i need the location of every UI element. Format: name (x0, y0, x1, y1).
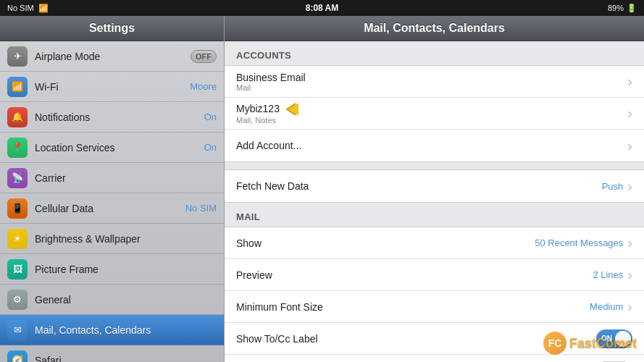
picture-frame-label: Picture Frame (35, 264, 217, 275)
mybiz123-sublabel: Mail, Notes (236, 116, 627, 125)
sidebar-items-container: ✈Airplane ModeOFF📶Wi-FiMoore🔔Notificatio… (0, 41, 224, 362)
show-label-wrap: Show (236, 237, 535, 249)
content-scroll[interactable]: AccountsBusiness EmailMailMybiz123Mail, … (225, 41, 644, 362)
safari-icon: 🧭 (7, 350, 28, 363)
status-bar: No SIM 📶 8:08 AM 89% 🔋 (0, 0, 644, 16)
location-services-label: Location Services (35, 142, 204, 153)
minimum-font-size-value: Medium (590, 301, 623, 312)
wifi-value: Moore (190, 81, 217, 92)
battery-label: 89% (608, 4, 624, 12)
fetch-new-data-arrow (627, 179, 632, 194)
sidebar-item-wifi[interactable]: 📶Wi-FiMoore (0, 72, 224, 102)
sidebar-item-mail-contacts-calendars[interactable]: ✉Mail, Contacts, Calendars (0, 315, 224, 345)
carrier-label: No SIM (7, 4, 34, 12)
airplane-mode-label: Airplane Mode (35, 51, 191, 62)
preview-label: Preview (236, 269, 593, 281)
status-bar-time: 8:08 AM (306, 3, 339, 13)
fetch-new-data-value: Push (602, 181, 624, 192)
sidebar-item-cellular-data[interactable]: 📱Cellular DataNo SIM (0, 193, 224, 224)
sidebar-item-brightness[interactable]: ☀Brightness & Wallpaper (0, 224, 224, 254)
status-bar-left: No SIM 📶 (7, 4, 49, 13)
sidebar-item-carrier[interactable]: 📡Carrier (0, 163, 224, 193)
location-services-icon: 📍 (7, 138, 28, 158)
row-business-email[interactable]: Business EmailMail (225, 66, 644, 98)
safari-label: Safari (35, 355, 217, 363)
mybiz123-arrow (627, 106, 632, 121)
sidebar-title: Settings (0, 16, 224, 41)
sidebar-item-airplane-mode[interactable]: ✈Airplane ModeOFF (0, 41, 224, 72)
status-bar-right: 89% 🔋 (608, 4, 637, 13)
preview-value: 2 Lines (593, 269, 623, 280)
sidebar-item-general[interactable]: ⚙General (0, 285, 224, 315)
row-fetch-new-data[interactable]: Fetch New DataPush (225, 170, 644, 202)
wifi-icon: 📶 (38, 4, 49, 13)
row-minimum-font-size[interactable]: Minimum Font SizeMedium (225, 291, 644, 323)
cellular-data-value: No SIM (185, 203, 217, 214)
battery-icon: 🔋 (627, 4, 637, 13)
watermark-text: FastComet (569, 336, 637, 351)
brightness-icon: ☀ (7, 229, 28, 249)
row-show[interactable]: Show50 Recent Messages (225, 227, 644, 259)
minimum-font-size-label: Minimum Font Size (236, 301, 590, 313)
row-add-account[interactable]: Add Account... (225, 130, 644, 161)
sidebar-item-picture-frame[interactable]: 🖼Picture Frame (0, 254, 224, 285)
cellular-data-label: Cellular Data (35, 203, 185, 214)
wifi-icon: 📶 (7, 77, 28, 97)
fetch-new-data-label-wrap: Fetch New Data (236, 180, 602, 192)
airplane-mode-toggle[interactable]: OFF (191, 50, 217, 63)
list-group-0: Business EmailMailMybiz123Mail, NotesAdd… (225, 65, 644, 162)
mybiz123-label-wrap: Mybiz123Mail, Notes (236, 102, 627, 125)
add-account-arrow (627, 138, 632, 153)
sidebar: Settings ✈Airplane ModeOFF📶Wi-FiMoore🔔No… (0, 16, 225, 362)
general-icon: ⚙ (7, 290, 28, 310)
business-email-sublabel: Mail (236, 83, 627, 92)
fetch-new-data-label: Fetch New Data (236, 180, 602, 192)
main-layout: Settings ✈Airplane ModeOFF📶Wi-FiMoore🔔No… (0, 16, 644, 362)
carrier-label: Carrier (35, 172, 217, 184)
picture-frame-icon: 🖼 (7, 259, 28, 279)
sidebar-item-location-services[interactable]: 📍Location ServicesOn (0, 132, 224, 163)
watermark: FC FastComet (543, 332, 637, 355)
row-mybiz123[interactable]: Mybiz123Mail, Notes (225, 98, 644, 130)
content-area: Mail, Contacts, Calendars AccountsBusine… (225, 16, 644, 362)
show-to-cc-label: Show To/Cc Label (236, 333, 596, 345)
notifications-value: On (204, 111, 217, 122)
row-preview[interactable]: Preview2 Lines (225, 259, 644, 291)
business-email-arrow (627, 74, 632, 89)
show-label: Show (236, 237, 535, 249)
notifications-label: Notifications (35, 111, 204, 123)
show-value: 50 Recent Messages (535, 237, 623, 248)
minimum-font-size-arrow (627, 299, 632, 314)
content-sections: AccountsBusiness EmailMailMybiz123Mail, … (225, 41, 644, 362)
section-label-0: Accounts (225, 41, 644, 65)
watermark-fast: Fast (569, 336, 596, 350)
airplane-mode-icon: ✈ (7, 46, 28, 67)
brightness-label: Brightness & Wallpaper (35, 233, 217, 245)
add-account-label: Add Account... (236, 140, 627, 151)
notifications-icon: 🔔 (7, 107, 28, 127)
section-label-2: Mail (225, 203, 644, 227)
add-account-label-wrap: Add Account... (236, 140, 627, 151)
general-label: General (35, 294, 217, 306)
business-email-label-wrap: Business EmailMail (236, 72, 627, 92)
mail-contacts-calendars-icon: ✉ (7, 320, 28, 340)
wifi-label: Wi-Fi (35, 81, 190, 93)
watermark-comet: Comet (596, 336, 637, 350)
content-title: Mail, Contacts, Calendars (225, 16, 644, 41)
show-arrow (627, 235, 632, 251)
carrier-icon: 📡 (7, 168, 28, 188)
preview-arrow (627, 267, 632, 282)
sidebar-item-notifications[interactable]: 🔔NotificationsOn (0, 102, 224, 132)
location-services-value: On (204, 142, 217, 153)
show-to-cc-label-wrap: Show To/Cc Label (236, 333, 596, 345)
watermark-icon: FC (543, 332, 566, 355)
row-ask-before-deleting[interactable]: Ask Before DeletingOFF (225, 355, 644, 362)
cellular-data-icon: 📱 (7, 198, 28, 219)
list-group-1: Fetch New DataPush (225, 169, 644, 203)
mybiz123-label: Mybiz123 (236, 102, 627, 116)
sidebar-item-safari[interactable]: 🧭Safari (0, 345, 224, 362)
mail-contacts-calendars-label: Mail, Contacts, Calendars (35, 324, 217, 336)
mybiz123-move-icon (285, 102, 306, 116)
preview-label-wrap: Preview (236, 269, 593, 281)
minimum-font-size-label-wrap: Minimum Font Size (236, 301, 590, 313)
